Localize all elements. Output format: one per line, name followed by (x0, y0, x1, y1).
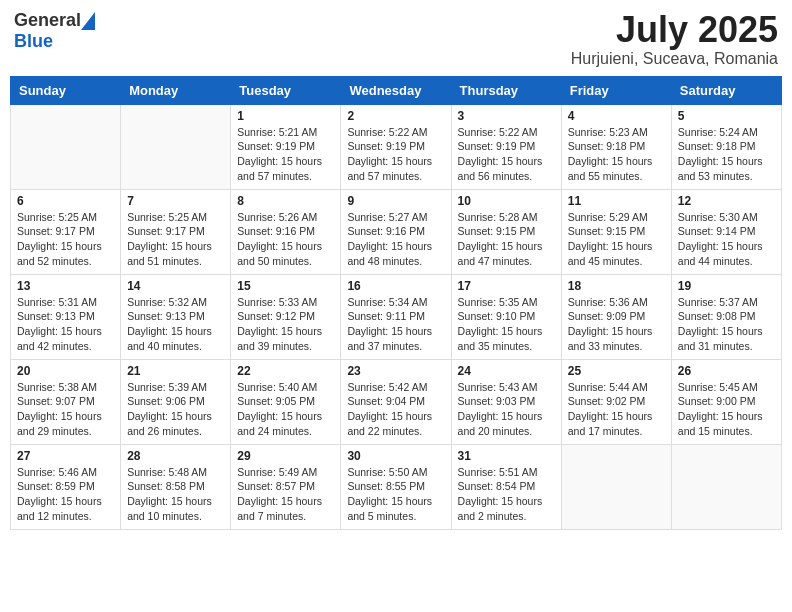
day-number: 22 (237, 364, 334, 378)
calendar-day-cell: 14Sunrise: 5:32 AMSunset: 9:13 PMDayligh… (121, 274, 231, 359)
day-number: 12 (678, 194, 775, 208)
calendar-day-cell: 5Sunrise: 5:24 AMSunset: 9:18 PMDaylight… (671, 104, 781, 189)
calendar-day-cell: 13Sunrise: 5:31 AMSunset: 9:13 PMDayligh… (11, 274, 121, 359)
calendar-day-cell (561, 444, 671, 529)
day-number: 28 (127, 449, 224, 463)
calendar-day-cell (671, 444, 781, 529)
day-number: 6 (17, 194, 114, 208)
day-number: 23 (347, 364, 444, 378)
calendar-day-cell: 9Sunrise: 5:27 AMSunset: 9:16 PMDaylight… (341, 189, 451, 274)
day-detail: Sunrise: 5:29 AMSunset: 9:15 PMDaylight:… (568, 210, 665, 269)
day-number: 10 (458, 194, 555, 208)
page-header: General Blue July 2025 Hurjuieni, Suceav… (10, 10, 782, 68)
calendar-day-cell: 29Sunrise: 5:49 AMSunset: 8:57 PMDayligh… (231, 444, 341, 529)
calendar-day-cell: 27Sunrise: 5:46 AMSunset: 8:59 PMDayligh… (11, 444, 121, 529)
day-detail: Sunrise: 5:48 AMSunset: 8:58 PMDaylight:… (127, 465, 224, 524)
day-number: 1 (237, 109, 334, 123)
calendar-header-row: SundayMondayTuesdayWednesdayThursdayFrid… (11, 76, 782, 104)
day-number: 31 (458, 449, 555, 463)
day-detail: Sunrise: 5:45 AMSunset: 9:00 PMDaylight:… (678, 380, 775, 439)
calendar-header-saturday: Saturday (671, 76, 781, 104)
svg-marker-0 (81, 12, 95, 30)
day-number: 18 (568, 279, 665, 293)
day-detail: Sunrise: 5:32 AMSunset: 9:13 PMDaylight:… (127, 295, 224, 354)
calendar-day-cell: 28Sunrise: 5:48 AMSunset: 8:58 PMDayligh… (121, 444, 231, 529)
calendar-header-thursday: Thursday (451, 76, 561, 104)
calendar-day-cell: 17Sunrise: 5:35 AMSunset: 9:10 PMDayligh… (451, 274, 561, 359)
logo-blue-text: Blue (14, 31, 53, 52)
day-number: 30 (347, 449, 444, 463)
day-detail: Sunrise: 5:26 AMSunset: 9:16 PMDaylight:… (237, 210, 334, 269)
calendar-day-cell: 21Sunrise: 5:39 AMSunset: 9:06 PMDayligh… (121, 359, 231, 444)
day-number: 13 (17, 279, 114, 293)
calendar-day-cell: 22Sunrise: 5:40 AMSunset: 9:05 PMDayligh… (231, 359, 341, 444)
day-number: 15 (237, 279, 334, 293)
day-number: 20 (17, 364, 114, 378)
calendar-day-cell: 6Sunrise: 5:25 AMSunset: 9:17 PMDaylight… (11, 189, 121, 274)
day-number: 27 (17, 449, 114, 463)
calendar-day-cell: 2Sunrise: 5:22 AMSunset: 9:19 PMDaylight… (341, 104, 451, 189)
day-detail: Sunrise: 5:46 AMSunset: 8:59 PMDaylight:… (17, 465, 114, 524)
day-detail: Sunrise: 5:40 AMSunset: 9:05 PMDaylight:… (237, 380, 334, 439)
calendar-week-row: 13Sunrise: 5:31 AMSunset: 9:13 PMDayligh… (11, 274, 782, 359)
calendar-day-cell: 15Sunrise: 5:33 AMSunset: 9:12 PMDayligh… (231, 274, 341, 359)
day-detail: Sunrise: 5:36 AMSunset: 9:09 PMDaylight:… (568, 295, 665, 354)
day-number: 2 (347, 109, 444, 123)
day-detail: Sunrise: 5:35 AMSunset: 9:10 PMDaylight:… (458, 295, 555, 354)
calendar-day-cell: 18Sunrise: 5:36 AMSunset: 9:09 PMDayligh… (561, 274, 671, 359)
day-detail: Sunrise: 5:30 AMSunset: 9:14 PMDaylight:… (678, 210, 775, 269)
calendar-header-sunday: Sunday (11, 76, 121, 104)
calendar-week-row: 6Sunrise: 5:25 AMSunset: 9:17 PMDaylight… (11, 189, 782, 274)
day-number: 4 (568, 109, 665, 123)
day-detail: Sunrise: 5:51 AMSunset: 8:54 PMDaylight:… (458, 465, 555, 524)
calendar-day-cell: 10Sunrise: 5:28 AMSunset: 9:15 PMDayligh… (451, 189, 561, 274)
calendar-day-cell: 19Sunrise: 5:37 AMSunset: 9:08 PMDayligh… (671, 274, 781, 359)
calendar-day-cell: 24Sunrise: 5:43 AMSunset: 9:03 PMDayligh… (451, 359, 561, 444)
day-number: 21 (127, 364, 224, 378)
calendar-week-row: 20Sunrise: 5:38 AMSunset: 9:07 PMDayligh… (11, 359, 782, 444)
day-number: 16 (347, 279, 444, 293)
day-number: 11 (568, 194, 665, 208)
calendar-day-cell: 16Sunrise: 5:34 AMSunset: 9:11 PMDayligh… (341, 274, 451, 359)
calendar-day-cell (11, 104, 121, 189)
day-number: 5 (678, 109, 775, 123)
calendar-day-cell: 3Sunrise: 5:22 AMSunset: 9:19 PMDaylight… (451, 104, 561, 189)
day-detail: Sunrise: 5:39 AMSunset: 9:06 PMDaylight:… (127, 380, 224, 439)
day-number: 3 (458, 109, 555, 123)
calendar-day-cell: 11Sunrise: 5:29 AMSunset: 9:15 PMDayligh… (561, 189, 671, 274)
calendar-header-friday: Friday (561, 76, 671, 104)
calendar-week-row: 27Sunrise: 5:46 AMSunset: 8:59 PMDayligh… (11, 444, 782, 529)
day-detail: Sunrise: 5:38 AMSunset: 9:07 PMDaylight:… (17, 380, 114, 439)
calendar-day-cell: 20Sunrise: 5:38 AMSunset: 9:07 PMDayligh… (11, 359, 121, 444)
day-number: 25 (568, 364, 665, 378)
calendar-day-cell (121, 104, 231, 189)
calendar-day-cell: 30Sunrise: 5:50 AMSunset: 8:55 PMDayligh… (341, 444, 451, 529)
title-section: July 2025 Hurjuieni, Suceava, Romania (571, 10, 778, 68)
day-number: 8 (237, 194, 334, 208)
calendar-day-cell: 7Sunrise: 5:25 AMSunset: 9:17 PMDaylight… (121, 189, 231, 274)
day-number: 9 (347, 194, 444, 208)
day-detail: Sunrise: 5:34 AMSunset: 9:11 PMDaylight:… (347, 295, 444, 354)
day-detail: Sunrise: 5:25 AMSunset: 9:17 PMDaylight:… (127, 210, 224, 269)
calendar-header-wednesday: Wednesday (341, 76, 451, 104)
day-detail: Sunrise: 5:23 AMSunset: 9:18 PMDaylight:… (568, 125, 665, 184)
calendar-week-row: 1Sunrise: 5:21 AMSunset: 9:19 PMDaylight… (11, 104, 782, 189)
day-detail: Sunrise: 5:28 AMSunset: 9:15 PMDaylight:… (458, 210, 555, 269)
day-detail: Sunrise: 5:22 AMSunset: 9:19 PMDaylight:… (458, 125, 555, 184)
day-number: 29 (237, 449, 334, 463)
calendar-day-cell: 25Sunrise: 5:44 AMSunset: 9:02 PMDayligh… (561, 359, 671, 444)
day-detail: Sunrise: 5:42 AMSunset: 9:04 PMDaylight:… (347, 380, 444, 439)
calendar-day-cell: 31Sunrise: 5:51 AMSunset: 8:54 PMDayligh… (451, 444, 561, 529)
day-number: 19 (678, 279, 775, 293)
day-detail: Sunrise: 5:31 AMSunset: 9:13 PMDaylight:… (17, 295, 114, 354)
day-number: 26 (678, 364, 775, 378)
calendar-day-cell: 1Sunrise: 5:21 AMSunset: 9:19 PMDaylight… (231, 104, 341, 189)
day-detail: Sunrise: 5:50 AMSunset: 8:55 PMDaylight:… (347, 465, 444, 524)
day-detail: Sunrise: 5:33 AMSunset: 9:12 PMDaylight:… (237, 295, 334, 354)
calendar-table: SundayMondayTuesdayWednesdayThursdayFrid… (10, 76, 782, 530)
logo-triangle-icon (81, 12, 95, 30)
month-year-title: July 2025 (571, 10, 778, 50)
calendar-day-cell: 26Sunrise: 5:45 AMSunset: 9:00 PMDayligh… (671, 359, 781, 444)
day-detail: Sunrise: 5:21 AMSunset: 9:19 PMDaylight:… (237, 125, 334, 184)
day-number: 17 (458, 279, 555, 293)
